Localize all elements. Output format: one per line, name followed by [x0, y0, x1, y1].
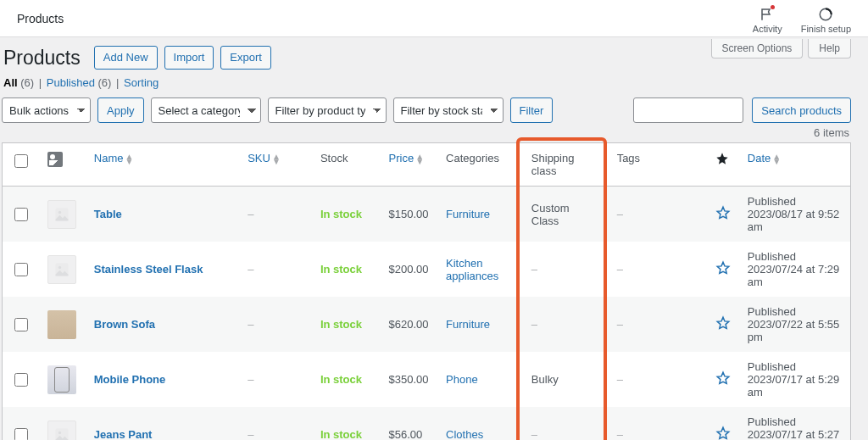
apply-button[interactable]: Apply: [97, 97, 144, 123]
col-header-price[interactable]: Price▲▼: [381, 143, 438, 187]
product-thumbnail[interactable]: [47, 365, 76, 394]
export-button[interactable]: Export: [220, 46, 271, 70]
row-checkbox[interactable]: [14, 318, 28, 331]
placeholder-icon: [53, 261, 70, 278]
featured-toggle[interactable]: [715, 431, 731, 440]
date-value: 2023/07/22 at 5:55 pm: [748, 318, 842, 343]
dash: –: [617, 428, 623, 440]
price-value: $150.00: [381, 187, 438, 242]
date-value: 2023/07/17 at 5:29 am: [748, 373, 842, 398]
product-name-link[interactable]: Jeans Pant: [94, 428, 153, 440]
progress-circle-icon: [818, 7, 833, 22]
items-count: 6 items: [2, 126, 849, 139]
product-name-link[interactable]: Brown Sofa: [94, 318, 155, 331]
product-thumbnail[interactable]: [47, 421, 76, 440]
help-button[interactable]: Help: [808, 39, 851, 58]
price-value: $56.00: [381, 407, 438, 440]
view-published[interactable]: Published: [47, 76, 95, 89]
col-header-sku[interactable]: SKU▲▼: [239, 143, 312, 187]
dash: –: [531, 318, 537, 331]
featured-toggle[interactable]: [715, 265, 731, 278]
category-link[interactable]: Phone: [446, 373, 478, 386]
table-container: Name▲▼ SKU▲▼ Stock Price▲▼ Categories Sh…: [2, 142, 851, 440]
import-button[interactable]: Import: [164, 46, 214, 70]
view-all-count: (6): [20, 76, 34, 89]
date-value: 2023/08/17 at 9:52 am: [748, 208, 842, 233]
price-value: $350.00: [381, 352, 438, 407]
dash: –: [248, 208, 253, 220]
dash: –: [617, 263, 623, 276]
shipping-class-value: Bulky: [531, 373, 559, 386]
svg-point-4: [58, 266, 61, 269]
category-link[interactable]: Kitchen appliances: [446, 257, 498, 282]
stock-status: In stock: [320, 428, 362, 440]
notification-dot-icon: [771, 5, 775, 9]
dash: –: [248, 428, 253, 440]
bulk-actions-select[interactable]: Bulk actions: [2, 97, 91, 123]
category-link[interactable]: Furniture: [446, 208, 490, 220]
placeholder-icon: [53, 206, 70, 223]
star-outline-icon: [715, 315, 731, 331]
stock-status-filter-select[interactable]: Filter by stock status: [393, 97, 504, 123]
admin-bar-title: Products: [17, 12, 64, 25]
view-sorting[interactable]: Sorting: [124, 76, 159, 89]
product-name-link[interactable]: Mobile Phone: [94, 373, 166, 386]
date-status: Published: [748, 195, 842, 208]
product-thumbnail[interactable]: [47, 200, 76, 229]
category-filter-select[interactable]: Select a category: [151, 97, 261, 123]
col-header-date[interactable]: Date▲▼: [739, 143, 850, 187]
col-header-stock: Stock: [312, 143, 381, 187]
col-header-checkbox: [3, 143, 39, 187]
dash: –: [248, 318, 253, 331]
star-outline-icon: [715, 205, 731, 220]
dash: –: [248, 373, 253, 386]
dash: –: [531, 428, 537, 440]
row-checkbox[interactable]: [14, 208, 28, 221]
star-outline-icon: [715, 260, 731, 276]
placeholder-icon: [53, 426, 70, 440]
table-row: Brown Sofa–In stock$620.00Furniture––Pub…: [3, 297, 850, 352]
finish-setup-button[interactable]: Finish setup: [801, 7, 851, 34]
date-status: Published: [748, 250, 842, 263]
tablenav-search: Search products: [633, 97, 851, 123]
product-name-link[interactable]: Stainless Steel Flask: [94, 263, 203, 276]
search-input[interactable]: [633, 97, 743, 123]
sort-icon: ▲▼: [415, 154, 424, 164]
featured-toggle[interactable]: [715, 320, 731, 333]
dash: –: [617, 373, 623, 386]
tablenav-top: Bulk actions Apply Select a category Fil…: [2, 96, 851, 130]
image-icon: [47, 152, 63, 167]
products-table: Name▲▼ SKU▲▼ Stock Price▲▼ Categories Sh…: [2, 142, 851, 440]
featured-toggle[interactable]: [715, 376, 731, 388]
star-icon: [715, 152, 729, 165]
activity-button[interactable]: Activity: [753, 7, 782, 34]
title-row: Products Add New Import Export Screen Op…: [2, 41, 851, 76]
product-thumbnail[interactable]: [47, 255, 76, 284]
admin-bar-actions: Activity Finish setup: [753, 3, 851, 34]
row-checkbox[interactable]: [14, 263, 28, 276]
category-link[interactable]: Clothes: [446, 428, 483, 440]
product-name-link[interactable]: Table: [94, 208, 122, 220]
product-type-filter-select[interactable]: Filter by product type: [268, 97, 387, 123]
row-checkbox[interactable]: [14, 428, 28, 440]
admin-bar: Products Activity Finish setup: [0, 0, 868, 37]
page-title: Products: [3, 47, 81, 70]
row-checkbox[interactable]: [14, 373, 28, 387]
sort-icon: ▲▼: [772, 154, 781, 164]
screen-options-button[interactable]: Screen Options: [711, 39, 804, 58]
category-link[interactable]: Furniture: [446, 318, 490, 331]
date-status: Published: [748, 305, 842, 318]
sort-icon: ▲▼: [125, 154, 133, 164]
featured-toggle[interactable]: [715, 210, 731, 223]
star-outline-icon: [715, 426, 731, 440]
product-thumbnail[interactable]: [47, 310, 76, 339]
dash: –: [248, 263, 253, 276]
filter-button[interactable]: Filter: [510, 97, 554, 123]
select-all-checkbox[interactable]: [14, 154, 28, 168]
search-products-button[interactable]: Search products: [752, 97, 851, 123]
col-header-name[interactable]: Name▲▼: [86, 143, 239, 187]
add-new-button[interactable]: Add New: [94, 46, 158, 70]
view-all[interactable]: All: [3, 76, 18, 89]
sort-icon: ▲▼: [272, 154, 281, 164]
table-row: Table–In stock$150.00FurnitureCustom Cla…: [3, 187, 850, 242]
